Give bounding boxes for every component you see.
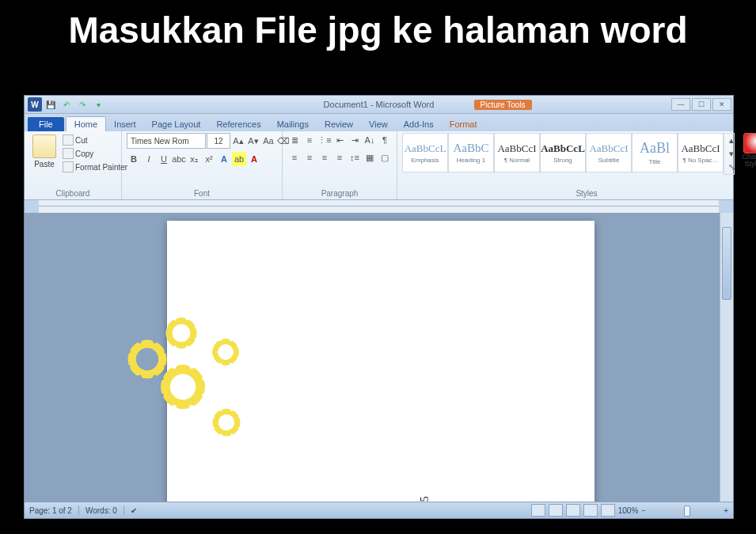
group-paragraph: ≣ ≡ ⋮≡ ⇤ ⇥ A↓ ¶ ≡ ≡ ≡ ≡ ↕≡ ▦ ▢: [283, 131, 397, 199]
tab-view[interactable]: View: [361, 117, 396, 131]
bullets-icon[interactable]: ≣: [287, 133, 302, 147]
style-emphasis[interactable]: AaBbCcLEmphasis: [402, 133, 448, 172]
file-tab[interactable]: File: [28, 117, 64, 131]
vertical-scrollbar[interactable]: [720, 213, 733, 502]
increase-indent-icon[interactable]: ⇥: [348, 133, 362, 147]
tab-format[interactable]: Format: [442, 117, 485, 131]
change-styles-icon: [743, 133, 756, 153]
horizontal-ruler[interactable]: [39, 200, 719, 214]
change-case-icon[interactable]: Aa: [261, 134, 275, 148]
shrink-font-icon[interactable]: A▾: [246, 134, 260, 148]
view-print-layout-icon[interactable]: [531, 504, 545, 517]
paste-button[interactable]: Paste: [29, 133, 59, 170]
qat-redo-icon[interactable]: ↷: [75, 97, 89, 112]
status-bar: Page: 1 of 2 Words: 0 ✔ 100% − +: [25, 502, 733, 518]
style-heading1[interactable]: AaBbCHeading 1: [448, 133, 494, 172]
bold-icon[interactable]: B: [127, 152, 141, 166]
format-painter-button[interactable]: Format Painter: [63, 161, 127, 172]
grow-font-icon[interactable]: A▴: [231, 134, 245, 148]
styles-row-down-icon[interactable]: ▾: [724, 147, 739, 161]
tab-addins[interactable]: Add-Ins: [396, 117, 442, 131]
group-clipboard: Paste Cut Copy Format Painter Clipboard: [25, 131, 122, 199]
style-subtitle[interactable]: AaBbCcISubtitle: [586, 133, 632, 172]
copy-button[interactable]: Copy: [63, 148, 127, 159]
qat-customize-icon[interactable]: ▾: [91, 97, 105, 112]
line-spacing-icon[interactable]: ↕≡: [348, 150, 362, 165]
copy-icon: [63, 148, 74, 159]
status-page[interactable]: Page: 1 of 2: [29, 506, 72, 515]
sort-icon[interactable]: A↓: [363, 133, 377, 147]
status-words[interactable]: Words: 0: [85, 506, 117, 515]
shading-icon[interactable]: ▦: [363, 150, 377, 165]
context-tab-label: Picture Tools: [474, 100, 532, 110]
italic-icon[interactable]: I: [142, 152, 156, 166]
font-size-select[interactable]: 12: [207, 133, 230, 149]
justify-icon[interactable]: ≡: [332, 150, 347, 165]
status-proofing-icon[interactable]: ✔: [131, 506, 137, 515]
style-strong[interactable]: AaBbCcLStrong: [540, 133, 586, 172]
tab-page-layout[interactable]: Page Layout: [144, 117, 209, 131]
zoom-knob[interactable]: [684, 506, 690, 517]
align-center-icon[interactable]: ≡: [302, 150, 317, 165]
show-marks-icon[interactable]: ¶: [378, 133, 392, 147]
styles-gallery-icon[interactable]: ⤡: [724, 161, 739, 174]
cut-label: Cut: [75, 136, 88, 145]
group-styles-label: Styles: [402, 188, 756, 198]
font-color-icon[interactable]: A: [247, 152, 261, 166]
word-icon[interactable]: W: [28, 97, 42, 112]
superscript-icon[interactable]: x²: [202, 152, 216, 166]
decorative-flowers: [112, 300, 254, 474]
subscript-icon[interactable]: x₂: [187, 152, 201, 166]
decrease-indent-icon[interactable]: ⇤: [332, 133, 347, 147]
certificate-image[interactable]: JAMBI Sharia EXPO2015 ifikat pada ERTA T…: [104, 284, 658, 502]
cut-icon: [63, 134, 74, 146]
page[interactable]: JAMBI Sharia EXPO2015 ifikat pada ERTA T…: [167, 221, 595, 502]
highlight-icon[interactable]: ab: [232, 152, 246, 166]
view-fullscreen-icon[interactable]: [549, 504, 563, 517]
zoom-slider[interactable]: [649, 509, 720, 512]
group-styles: AaBbCcLEmphasis AaBbCHeading 1 AaBbCcI¶ …: [397, 131, 756, 199]
numbering-icon[interactable]: ≡: [302, 133, 317, 147]
zoom-level[interactable]: 100%: [618, 506, 639, 515]
underline-icon[interactable]: U: [157, 152, 171, 166]
scrollbar-thumb[interactable]: [722, 227, 731, 300]
styles-row-up-icon[interactable]: ▴: [724, 134, 739, 147]
tab-review[interactable]: Review: [317, 117, 361, 131]
text-effects-icon[interactable]: A: [217, 152, 231, 166]
zoom-out-icon[interactable]: −: [641, 506, 646, 515]
paste-icon: [32, 134, 56, 158]
tab-insert[interactable]: Insert: [106, 117, 144, 131]
tab-mailings[interactable]: Mailings: [269, 117, 317, 131]
align-right-icon[interactable]: ≡: [317, 150, 332, 165]
minimize-button[interactable]: —: [671, 98, 690, 111]
zoom-in-icon[interactable]: +: [724, 506, 728, 515]
qat-undo-icon[interactable]: ↶: [59, 97, 74, 112]
close-button[interactable]: ✕: [712, 98, 731, 111]
document-area[interactable]: JAMBI Sharia EXPO2015 ifikat pada ERTA T…: [25, 213, 733, 502]
document-title: Document1 - Microsoft Word: [25, 100, 733, 109]
multilevel-icon[interactable]: ⋮≡: [317, 133, 332, 147]
view-outline-icon[interactable]: [583, 504, 598, 517]
copy-label: Copy: [75, 150, 93, 158]
style-nospacing[interactable]: AaBbCcI¶ No Spac…: [678, 133, 724, 172]
word-window: W 💾 ↶ ↷ ▾ Document1 - Microsoft Word Pic…: [24, 95, 734, 519]
font-name-select[interactable]: Times New Rom: [127, 133, 206, 149]
change-styles-button[interactable]: Change Styles: [738, 133, 756, 168]
ribbon: Paste Cut Copy Format Painter Clipboard …: [25, 131, 733, 200]
qat-save-icon[interactable]: 💾: [44, 97, 58, 112]
borders-icon[interactable]: ▢: [378, 150, 392, 165]
slide-title: Masukkan File jpg ke halaman word: [0, 0, 756, 56]
style-normal[interactable]: AaBbCcI¶ Normal: [494, 133, 540, 172]
group-paragraph-label: Paragraph: [287, 188, 392, 198]
align-left-icon[interactable]: ≡: [287, 150, 302, 165]
tab-references[interactable]: References: [208, 117, 268, 131]
style-title[interactable]: AaBlTitle: [632, 133, 678, 172]
cut-button[interactable]: Cut: [63, 134, 127, 146]
view-draft-icon[interactable]: [601, 504, 615, 517]
tab-home[interactable]: Home: [66, 116, 106, 131]
strike-icon[interactable]: abc: [172, 152, 186, 166]
maximize-button[interactable]: ☐: [692, 98, 711, 111]
group-font: Times New Rom 12 A▴ A▾ Aa ⌫ B I U abc x₂…: [122, 131, 283, 199]
view-web-icon[interactable]: [566, 504, 580, 517]
change-styles-label: Change Styles: [738, 153, 756, 168]
